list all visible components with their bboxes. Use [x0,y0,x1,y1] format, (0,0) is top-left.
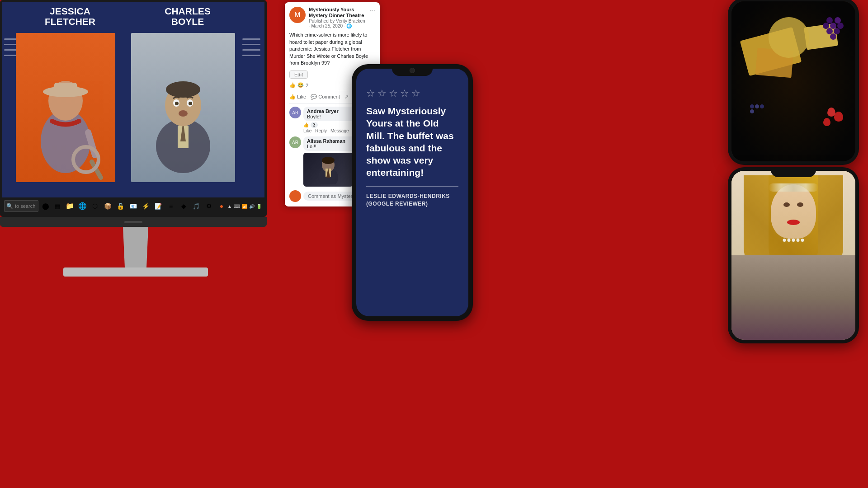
review-text: Saw Mysteriously Yours at the Old Mill. … [366,105,458,179]
system-tray: ▲ ⌨ 📶 🔊 🔋 [227,204,264,209]
monitor-stand [118,227,154,267]
fb-c1-reply[interactable]: Reply [315,128,327,133]
fb-c1-message[interactable]: Message [330,128,349,133]
phone-right-bottom [728,167,859,343]
monitor-frame: JESSICA FLETCHER [0,0,267,217]
fb-page-name: Mysteriously Yours Mystery Dinner Theatr… [309,7,366,19]
charles-title: CHARLES BOYLE [127,6,249,27]
taskbar-icon-app4[interactable]: ◆ [178,200,189,212]
taskbar-icon-spotify[interactable]: 🎵 [190,200,202,212]
star-1: ☆ [366,88,375,99]
svg-point-16 [179,110,188,117]
fb-page-avatar: M [289,7,306,23]
phone-right-bottom-screen [731,171,855,340]
search-box[interactable]: 🔍 to search [4,200,38,212]
fb-c1-reaction-count: 3 [311,122,318,128]
review-author-role: (GOOGLE REVIEWER) [366,201,458,207]
taskbar-icon-mail[interactable]: 📧 [127,200,139,212]
svg-point-11 [166,81,200,98]
fb-more-icon[interactable]: ··· [369,7,375,15]
taskbar-icon-dropbox[interactable]: 📦 [102,200,113,212]
phone-review-camera [410,68,415,73]
taskbar-icon-security[interactable]: 🔒 [114,200,126,212]
star-2: ☆ [377,88,387,99]
phone-right-top [728,0,859,165]
svg-point-19 [322,157,335,164]
charles-section: CHARLES BOYLE [127,2,262,215]
taskbar-icon-group: ⬤ ▦ 📁 🌐 ⬡ 📦 🔒 📧 ⚡ 📝 ≡ ◆ 🎵 ⚙ ● [40,200,227,212]
review-stars: ☆ ☆ ☆ ☆ ☆ [366,88,458,99]
phone-right-bottom-notch [771,167,816,177]
fb-post-text: Which crime-solver is more likely to hoa… [289,32,375,66]
svg-rect-3 [54,83,77,94]
star-3: ☆ [389,88,398,99]
taskbar-icon-taskview[interactable]: ▦ [52,200,63,212]
search-icon: 🔍 [5,203,15,209]
jessica-title: JESSICA FLETCHER [20,6,120,27]
fb-post-meta: Published by Verity Bracken · March 25, … [309,19,366,28]
star-5: ☆ [411,88,420,99]
svg-point-14 [175,102,179,105]
phone-review-screen: ☆ ☆ ☆ ☆ ☆ Saw Mysteriously Yours at the … [356,69,468,316]
fb-comment-btn[interactable]: 💬 Comment [311,94,340,100]
fb-c1-reaction: 👍 [303,122,309,127]
phone-right-top-screen [731,1,855,161]
fb-comment-2-image [303,153,353,187]
taskbar-icon-cortana[interactable]: ⬤ [40,200,51,212]
taskbar-icon-explorer[interactable]: 📁 [64,200,75,212]
fb-comment-1-avatar: AB [289,107,301,118]
fb-comment-1-name: Andrea Bryer [307,108,354,114]
fb-comment-2-avatar: AR [289,136,301,148]
svg-point-15 [189,102,192,105]
fb-like-btn[interactable]: 👍 Like [289,94,306,100]
taskbar-icon-app1[interactable]: ⬡ [89,200,101,212]
fb-comment-1-text: Boyle! [307,114,354,119]
star-4: ☆ [400,88,409,99]
fb-edit-button[interactable]: Edit [289,70,308,79]
taskbar-icon-app3[interactable]: ≡ [165,200,177,212]
phone-review: ☆ ☆ ☆ ☆ ☆ Saw Mysteriously Yours at the … [352,64,473,321]
taskbar: 🔍 to search ⬤ ▦ 📁 🌐 ⬡ 📦 🔒 📧 ⚡ 📝 ≡ ◆ [2,197,264,215]
monitor-display: JESSICA FLETCHER [2,2,264,215]
monitor-base [63,267,208,277]
review-divider [366,186,458,187]
search-text: to search [15,203,35,209]
taskbar-icon-browser[interactable]: 🌐 [76,200,88,212]
taskbar-icon-app2[interactable]: ⚡ [140,200,151,212]
fb-share-btn[interactable]: ↗ [344,94,349,100]
taskbar-icon-vscode[interactable]: 📝 [152,200,164,212]
monitor-chin [0,217,267,227]
monitor-wrapper: JESSICA FLETCHER [0,0,271,277]
jessica-photo [16,33,115,182]
review-author-name: LESLIE EDWARDS-HENDRIKS [366,192,458,201]
jessica-section: JESSICA FLETCHER [2,2,129,215]
taskbar-icon-settings[interactable]: ⚙ [203,200,215,212]
taskbar-icon-app5[interactable]: ● [216,200,227,212]
charles-photo [131,33,235,182]
fb-c1-like[interactable]: Like [303,128,311,133]
